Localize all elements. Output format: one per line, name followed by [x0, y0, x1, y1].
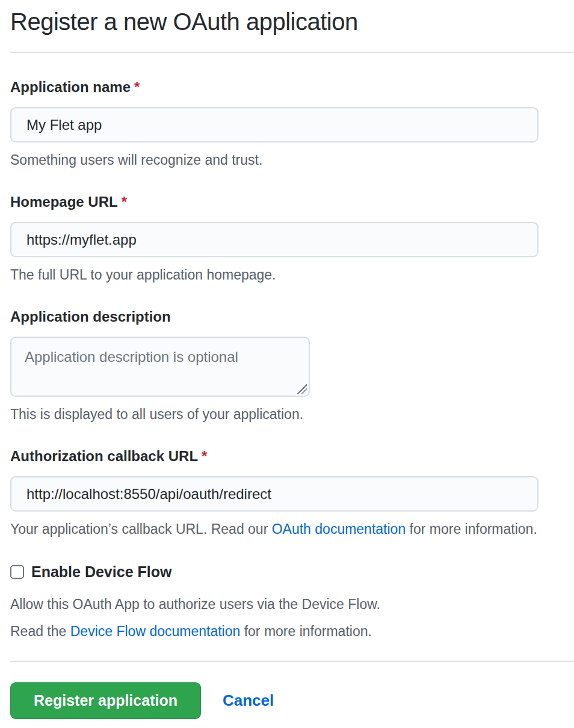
oauth-documentation-link[interactable]: OAuth documentation [272, 521, 406, 537]
application-name-label-text: Application name [10, 79, 131, 95]
actions-divider [10, 661, 574, 662]
application-name-help: Something users will recognize and trust… [10, 153, 574, 168]
homepage-url-input[interactable] [10, 222, 539, 257]
device-flow-help: Allow this OAuth App to authorize users … [10, 597, 574, 612]
application-description-help: This is displayed to all users of your a… [10, 407, 574, 422]
page-title: Register a new OAuth application [10, 7, 574, 36]
form-actions: Register application Cancel [10, 682, 574, 719]
device-flow-docs-prefix: Read the [10, 623, 70, 639]
device-flow-docs-note: Read the Device Flow documentation for m… [10, 624, 574, 639]
callback-url-label: Authorization callback URL* [10, 448, 574, 464]
device-flow-row: Enable Device Flow [10, 563, 574, 581]
device-flow-docs-suffix: for more information. [240, 623, 372, 639]
callback-url-group: Authorization callback URL* Your applica… [10, 448, 574, 537]
required-asterisk: * [134, 79, 140, 95]
title-divider [10, 52, 574, 53]
application-name-label: Application name* [10, 79, 574, 95]
homepage-url-group: Homepage URL* The full URL to your appli… [10, 194, 574, 283]
homepage-url-label: Homepage URL* [10, 194, 574, 210]
oauth-registration-page: Register a new OAuth application Applica… [0, 0, 574, 728]
register-application-button[interactable]: Register application [10, 682, 201, 719]
application-description-wrap [10, 337, 310, 397]
callback-url-help-prefix: Your application’s callback URL. Read ou… [10, 521, 272, 537]
device-flow-documentation-link[interactable]: Device Flow documentation [70, 623, 241, 639]
homepage-url-label-text: Homepage URL [10, 194, 118, 210]
application-description-group: Application description This is displaye… [10, 309, 574, 422]
enable-device-flow-checkbox[interactable] [10, 565, 24, 579]
resize-handle-icon[interactable] [297, 384, 307, 394]
application-description-textarea[interactable] [10, 337, 310, 397]
required-asterisk: * [122, 194, 127, 210]
application-description-label: Application description [10, 309, 574, 325]
enable-device-flow-label[interactable]: Enable Device Flow [31, 563, 171, 581]
callback-url-help: Your application’s callback URL. Read ou… [10, 522, 574, 537]
application-name-group: Application name* Something users will r… [10, 79, 574, 168]
homepage-url-help: The full URL to your application homepag… [10, 268, 574, 283]
callback-url-help-suffix: for more information. [406, 521, 537, 537]
application-name-input[interactable] [10, 107, 539, 142]
cancel-link[interactable]: Cancel [223, 691, 274, 710]
device-flow-group: Enable Device Flow Allow this OAuth App … [10, 563, 574, 639]
callback-url-label-text: Authorization callback URL [10, 448, 198, 464]
required-asterisk: * [202, 448, 207, 464]
callback-url-input[interactable] [10, 476, 539, 512]
application-description-label-text: Application description [10, 308, 171, 325]
